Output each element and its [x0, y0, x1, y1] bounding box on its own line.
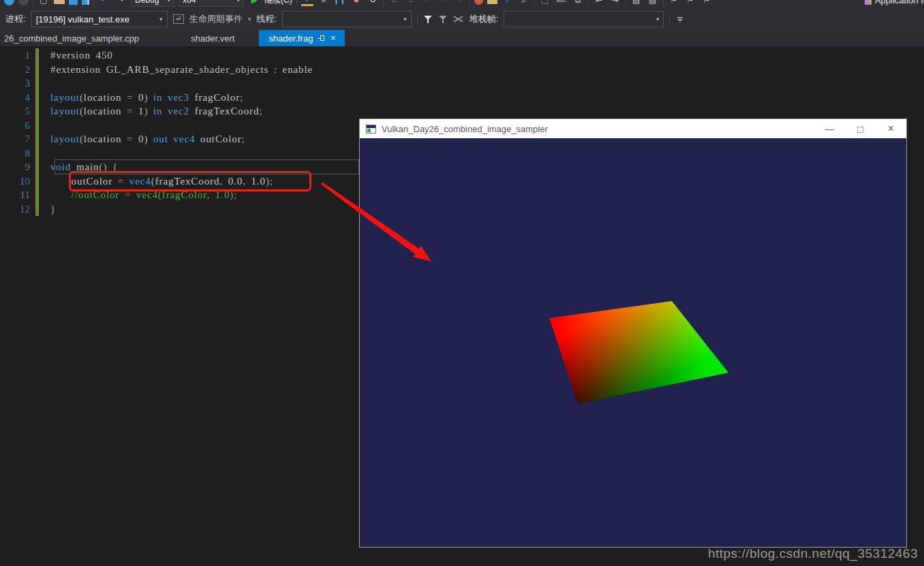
- comment-icon[interactable]: ▤: [630, 0, 643, 6]
- code-text: #extension GL_ARB_separate_shader_object…: [50, 63, 313, 77]
- tab-shader.frag[interactable]: shader.frag×: [259, 30, 345, 46]
- application-insights-button[interactable]: Application In: [865, 0, 924, 8]
- filter-threads-icon[interactable]: [423, 14, 433, 24]
- copy-dropdown-icon[interactable]: ⧉: [572, 0, 584, 6]
- tab-26_combined_image_sampler.cpp[interactable]: 26_combined_image_sampler.cpp: [0, 30, 166, 46]
- lifecycle-events-button[interactable]: 生命周期事件: [189, 13, 243, 25]
- change-tracking-bar: [35, 63, 39, 77]
- platform-dropdown[interactable]: x64▾: [179, 0, 244, 7]
- refresh-icon[interactable]: ↻: [388, 0, 400, 6]
- suspend-threads-icon[interactable]: [453, 14, 464, 24]
- undo-icon[interactable]: ↶: [98, 0, 110, 6]
- pin-icon[interactable]: [318, 35, 324, 41]
- find-in-files-icon[interactable]: ⌕: [502, 0, 514, 6]
- process-dropdown[interactable]: [19196] vulkan_test.exe▾: [31, 11, 168, 27]
- search-icon[interactable]: ⌕: [518, 0, 530, 6]
- code-text: layout(location = 1) in vec2 fragTexCoor…: [50, 104, 262, 119]
- add-item-folder-icon[interactable]: [487, 0, 497, 4]
- line-number[interactable]: 11: [0, 188, 35, 202]
- bookmark-next-icon[interactable]: ⚑: [700, 0, 713, 6]
- vulkan-window-title: Vulkan_Day26_combined_image_sampler: [382, 124, 548, 134]
- stack-frame-label: 堆栈帧:: [469, 13, 499, 25]
- navigate-forward-icon[interactable]: [18, 0, 29, 5]
- code-line: 2#extension GL_ARB_separate_shader_objec…: [0, 63, 924, 77]
- line-number[interactable]: 7: [0, 132, 35, 146]
- open-folder-icon[interactable]: [54, 0, 65, 4]
- toolbar-separator: [534, 0, 535, 6]
- step-into-icon[interactable]: •: [420, 0, 433, 6]
- change-tracking-bar: [35, 160, 39, 174]
- tab-shader.vert[interactable]: shader.vert: [166, 30, 259, 46]
- line-number[interactable]: 2: [0, 63, 35, 77]
- close-button[interactable]: ×: [876, 119, 906, 138]
- stop-debugging-icon[interactable]: ■: [350, 0, 363, 6]
- main-toolbar: ▢ ↶ ↷ Debug▾ x64▾ ▶ 继续(C) ⌕ ≡ ❙❙ ■ ↻ ↻ →…: [0, 0, 924, 8]
- uv-gradient-quad: [360, 138, 906, 547]
- stack-frame-dropdown[interactable]: ▾: [504, 11, 664, 27]
- redo-icon[interactable]: ↷: [114, 0, 127, 6]
- filter-flagged-icon[interactable]: [438, 14, 448, 24]
- toolbar-overflow-icon[interactable]: [675, 17, 685, 22]
- lifecycle-events-icon[interactable]: ⏎: [173, 14, 184, 24]
- minimize-button[interactable]: —: [814, 119, 845, 138]
- continue-button[interactable]: 继续(C): [264, 0, 292, 6]
- code-line: 1#version 450: [0, 48, 924, 63]
- line-number[interactable]: 5: [0, 104, 35, 119]
- line-number[interactable]: 1: [0, 48, 35, 63]
- solution-config-dropdown[interactable]: Debug▾: [131, 0, 174, 7]
- maximize-button[interactable]: □: [845, 119, 876, 138]
- selection-box-icon[interactable]: ⬚: [539, 0, 551, 6]
- tab-close-icon[interactable]: ×: [330, 33, 335, 43]
- bookmark-prev-icon[interactable]: ⚑: [684, 0, 696, 6]
- step-out-icon[interactable]: •: [453, 0, 465, 6]
- editor-tab-bar: 26_combined_image_sampler.cppshader.vert…: [0, 30, 924, 46]
- breakpoints-list-icon[interactable]: ≡: [318, 0, 330, 6]
- outdent-icon[interactable]: ⇤: [593, 0, 605, 6]
- line-number[interactable]: 10: [0, 174, 35, 189]
- break-all-icon[interactable]: ❙❙: [334, 0, 346, 6]
- attach-to-process-icon[interactable]: ⌕: [301, 0, 313, 6]
- new-window-icon[interactable]: ▢: [37, 0, 50, 6]
- indent-icon[interactable]: ⇥: [609, 0, 621, 6]
- toolbar-separator: [93, 0, 94, 6]
- line-number[interactable]: 8: [0, 146, 35, 161]
- toolbar-separator: [383, 0, 384, 6]
- line-number[interactable]: 3: [0, 76, 35, 91]
- line-number[interactable]: 4: [0, 91, 35, 105]
- toolbar-separator: [626, 0, 626, 6]
- code-text: void main() {: [50, 160, 118, 174]
- navigate-back-icon[interactable]: [4, 0, 14, 5]
- vulkan-app-window[interactable]: Vulkan_Day26_combined_image_sampler — □ …: [359, 119, 907, 548]
- screenshot-root: { "toolbar1": { "debug_config": "Debug",…: [0, 0, 924, 566]
- line-number[interactable]: 6: [0, 119, 35, 133]
- vulkan-window-titlebar[interactable]: Vulkan_Day26_combined_image_sampler — □ …: [360, 119, 906, 138]
- code-text: layout(location = 0) out vec4 outColor;: [50, 132, 245, 146]
- show-next-statement-icon[interactable]: →: [404, 0, 416, 6]
- rename-abc-icon[interactable]: abc: [555, 0, 568, 6]
- bookmark-icon[interactable]: ⚑: [668, 0, 680, 6]
- tab-label: shader.frag: [268, 33, 313, 44]
- restart-icon[interactable]: ↻: [367, 0, 379, 6]
- continue-play-icon[interactable]: ▶: [248, 0, 260, 6]
- code-line: 3: [0, 76, 924, 91]
- line-number[interactable]: 9: [0, 160, 35, 174]
- code-text: #version 450: [50, 48, 113, 63]
- debug-location-toolbar: 进程: [19196] vulkan_test.exe▾ ⏎ 生命周期事件 ▾ …: [0, 8, 924, 30]
- toolbar-separator: [588, 0, 589, 6]
- change-tracking-bar: [35, 188, 39, 202]
- lifecycle-dropdown-arrow-icon[interactable]: ▾: [248, 16, 251, 22]
- save-all-icon[interactable]: [82, 0, 89, 5]
- change-tracking-bar: [35, 91, 39, 105]
- save-icon[interactable]: [69, 0, 78, 5]
- change-tracking-bar: [35, 146, 39, 161]
- code-line: 4layout(location = 0) in vec3 fragColor;: [0, 91, 924, 105]
- line-number[interactable]: 12: [0, 202, 35, 217]
- uncomment-icon[interactable]: ▤: [647, 0, 659, 6]
- csdn-watermark: https://blog.csdn.net/qq_35312463: [708, 546, 918, 561]
- diagnostic-tools-icon[interactable]: [474, 0, 483, 5]
- code-text: }: [50, 202, 56, 217]
- vulkan-render-surface: [360, 138, 906, 547]
- toolbar-separator: [663, 0, 664, 6]
- step-over-icon[interactable]: •: [437, 0, 449, 6]
- thread-dropdown[interactable]: ▾: [282, 11, 412, 27]
